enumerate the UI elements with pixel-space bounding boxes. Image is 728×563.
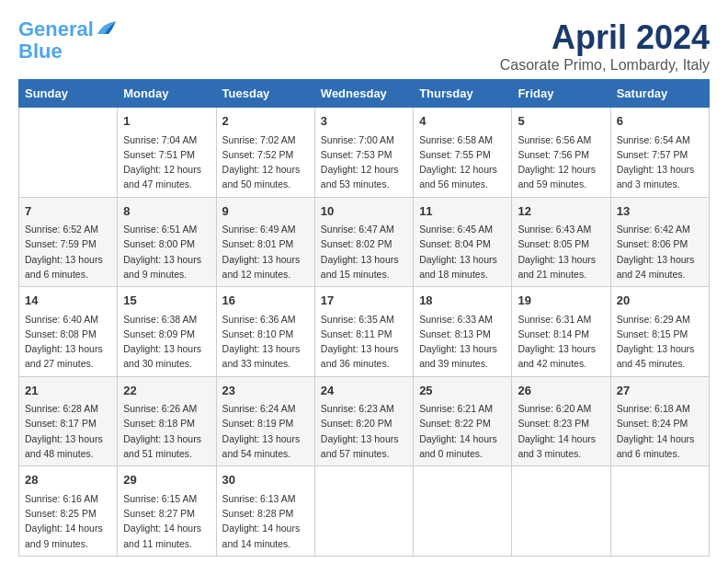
day-number: 12 [518,202,604,221]
day-info: Sunrise: 6:16 AM Sunset: 8:25 PM Dayligh… [25,491,111,551]
col-header-tuesday: Tuesday [216,80,314,108]
day-info: Sunrise: 6:26 AM Sunset: 8:18 PM Dayligh… [123,401,210,461]
bird-icon [96,21,116,38]
day-info: Sunrise: 6:51 AM Sunset: 8:00 PM Dayligh… [123,222,210,282]
day-info: Sunrise: 6:20 AM Sunset: 8:23 PM Dayligh… [518,401,604,461]
day-info: Sunrise: 6:43 AM Sunset: 8:05 PM Dayligh… [518,222,604,282]
day-info: Sunrise: 6:45 AM Sunset: 8:04 PM Dayligh… [419,222,506,282]
logo-line2: Blue [18,40,63,63]
day-number: 5 [518,112,604,131]
calendar-cell: 21Sunrise: 6:28 AM Sunset: 8:17 PM Dayli… [19,376,118,466]
day-number: 27 [617,382,703,400]
day-number: 23 [222,382,309,400]
day-number: 18 [419,292,506,310]
logo: General Blue [18,18,116,63]
day-number: 9 [222,202,309,221]
calendar-cell: 23Sunrise: 6:24 AM Sunset: 8:19 PM Dayli… [216,376,314,466]
day-number: 6 [617,112,703,131]
calendar-cell: 20Sunrise: 6:29 AM Sunset: 8:15 PM Dayli… [610,287,709,377]
logo-text: General [18,18,94,40]
calendar-cell: 3Sunrise: 7:00 AM Sunset: 7:53 PM Daylig… [314,108,413,198]
day-number: 14 [25,292,111,310]
calendar-cell: 7Sunrise: 6:52 AM Sunset: 7:59 PM Daylig… [19,197,118,287]
calendar-cell: 25Sunrise: 6:21 AM Sunset: 8:22 PM Dayli… [414,376,512,466]
calendar-cell: 27Sunrise: 6:18 AM Sunset: 8:24 PM Dayli… [610,376,709,466]
day-info: Sunrise: 6:54 AM Sunset: 7:57 PM Dayligh… [617,132,703,192]
main-title: April 2024 [500,18,710,57]
day-info: Sunrise: 6:18 AM Sunset: 8:24 PM Dayligh… [617,401,703,461]
day-number: 21 [25,382,111,400]
calendar-cell: 1Sunrise: 7:04 AM Sunset: 7:51 PM Daylig… [118,108,216,198]
day-info: Sunrise: 6:36 AM Sunset: 8:10 PM Dayligh… [222,312,309,372]
day-number: 24 [321,382,407,400]
day-info: Sunrise: 6:15 AM Sunset: 8:27 PM Dayligh… [123,491,210,551]
calendar-cell: 11Sunrise: 6:45 AM Sunset: 8:04 PM Dayli… [414,197,512,287]
day-info: Sunrise: 6:23 AM Sunset: 8:20 PM Dayligh… [321,401,407,461]
calendar-cell: 24Sunrise: 6:23 AM Sunset: 8:20 PM Dayli… [314,376,413,466]
day-info: Sunrise: 6:13 AM Sunset: 8:28 PM Dayligh… [222,491,309,551]
col-header-wednesday: Wednesday [314,80,413,108]
day-info: Sunrise: 6:31 AM Sunset: 8:14 PM Dayligh… [518,312,604,372]
week-row-2: 7Sunrise: 6:52 AM Sunset: 7:59 PM Daylig… [19,197,710,287]
day-info: Sunrise: 6:56 AM Sunset: 7:56 PM Dayligh… [518,132,604,192]
calendar-cell: 2Sunrise: 7:02 AM Sunset: 7:52 PM Daylig… [216,108,314,198]
calendar-cell: 26Sunrise: 6:20 AM Sunset: 8:23 PM Dayli… [512,376,610,466]
calendar-cell: 5Sunrise: 6:56 AM Sunset: 7:56 PM Daylig… [512,108,610,198]
day-info: Sunrise: 6:24 AM Sunset: 8:19 PM Dayligh… [222,401,309,461]
day-number: 29 [123,471,210,489]
calendar-cell: 29Sunrise: 6:15 AM Sunset: 8:27 PM Dayli… [118,466,216,557]
calendar-cell: 10Sunrise: 6:47 AM Sunset: 8:02 PM Dayli… [314,197,413,287]
calendar-cell: 28Sunrise: 6:16 AM Sunset: 8:25 PM Dayli… [19,466,118,557]
day-info: Sunrise: 6:29 AM Sunset: 8:15 PM Dayligh… [617,312,703,372]
day-info: Sunrise: 6:38 AM Sunset: 8:09 PM Dayligh… [123,312,210,372]
col-header-monday: Monday [118,80,216,108]
subtitle: Casorate Primo, Lombardy, Italy [500,57,710,74]
day-number: 2 [222,112,309,131]
day-number: 26 [518,382,604,400]
day-number: 4 [419,112,506,131]
week-row-3: 14Sunrise: 6:40 AM Sunset: 8:08 PM Dayli… [19,287,710,377]
day-number: 30 [222,471,309,489]
col-header-saturday: Saturday [610,80,709,108]
calendar-cell: 14Sunrise: 6:40 AM Sunset: 8:08 PM Dayli… [19,287,118,377]
day-info: Sunrise: 6:42 AM Sunset: 8:06 PM Dayligh… [617,222,703,282]
day-number: 17 [321,292,407,310]
col-header-thursday: Thursday [414,80,512,108]
calendar-cell [414,466,512,557]
day-info: Sunrise: 7:04 AM Sunset: 7:51 PM Dayligh… [123,132,210,192]
calendar-cell: 12Sunrise: 6:43 AM Sunset: 8:05 PM Dayli… [512,197,610,287]
day-number: 20 [617,292,703,310]
calendar-cell: 13Sunrise: 6:42 AM Sunset: 8:06 PM Dayli… [610,197,709,287]
header: General Blue April 2024 Casorate Primo, … [18,18,710,74]
day-info: Sunrise: 6:47 AM Sunset: 8:02 PM Dayligh… [321,222,407,282]
day-number: 19 [518,292,604,310]
day-number: 8 [123,202,210,221]
week-row-4: 21Sunrise: 6:28 AM Sunset: 8:17 PM Dayli… [19,376,710,466]
calendar-cell: 6Sunrise: 6:54 AM Sunset: 7:57 PM Daylig… [610,108,709,198]
calendar-cell: 30Sunrise: 6:13 AM Sunset: 8:28 PM Dayli… [216,466,314,557]
title-block: April 2024 Casorate Primo, Lombardy, Ita… [500,18,710,74]
day-info: Sunrise: 6:28 AM Sunset: 8:17 PM Dayligh… [25,401,111,461]
week-row-5: 28Sunrise: 6:16 AM Sunset: 8:25 PM Dayli… [19,466,710,557]
calendar-cell: 17Sunrise: 6:35 AM Sunset: 8:11 PM Dayli… [314,287,413,377]
calendar-cell [512,466,610,557]
day-info: Sunrise: 6:40 AM Sunset: 8:08 PM Dayligh… [25,312,111,372]
calendar-cell [314,466,413,557]
week-row-1: 1Sunrise: 7:04 AM Sunset: 7:51 PM Daylig… [19,108,710,198]
day-info: Sunrise: 6:33 AM Sunset: 8:13 PM Dayligh… [419,312,506,372]
day-info: Sunrise: 7:02 AM Sunset: 7:52 PM Dayligh… [222,132,309,192]
calendar-cell: 19Sunrise: 6:31 AM Sunset: 8:14 PM Dayli… [512,287,610,377]
day-info: Sunrise: 6:49 AM Sunset: 8:01 PM Dayligh… [222,222,309,282]
day-number: 10 [321,202,407,221]
day-number: 28 [25,471,111,489]
calendar-table: SundayMondayTuesdayWednesdayThursdayFrid… [18,79,710,557]
day-number: 3 [321,112,407,131]
calendar-cell: 16Sunrise: 6:36 AM Sunset: 8:10 PM Dayli… [216,287,314,377]
day-number: 25 [419,382,506,400]
day-info: Sunrise: 6:35 AM Sunset: 8:11 PM Dayligh… [321,312,407,372]
day-info: Sunrise: 6:21 AM Sunset: 8:22 PM Dayligh… [419,401,506,461]
logo-line1: General [18,17,94,40]
calendar-cell: 15Sunrise: 6:38 AM Sunset: 8:09 PM Dayli… [118,287,216,377]
calendar-cell: 8Sunrise: 6:51 AM Sunset: 8:00 PM Daylig… [118,197,216,287]
day-number: 15 [123,292,210,310]
